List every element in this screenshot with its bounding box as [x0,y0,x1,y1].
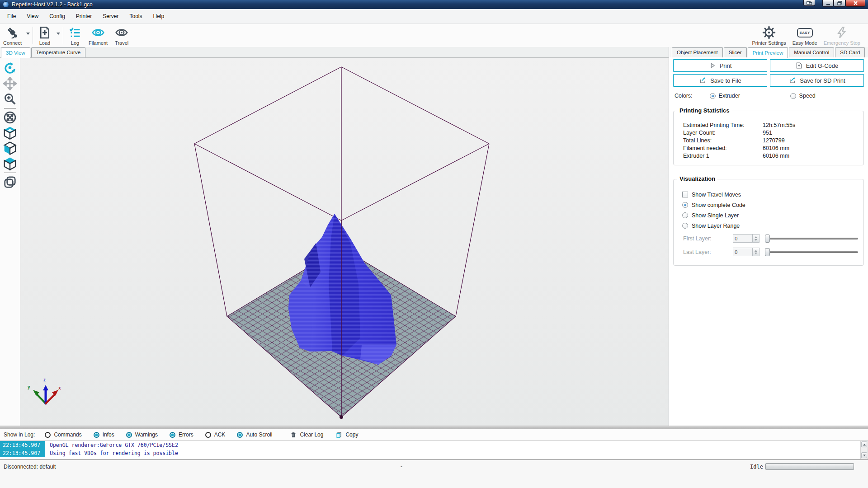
show-in-log-label: Show in Log: [4,432,35,438]
save-for-sd-button[interactable]: Save for SD Print [770,74,864,87]
colors-extruder-option[interactable]: Extruder [710,93,790,99]
log-output[interactable]: 22:13:45.907 OpenGL renderer:GeForce GTX… [0,441,860,459]
log-entry: 22:13:45.907 Using fast VBOs for renderi… [0,449,860,457]
easy-mode-button[interactable]: EASY Easy Mode [789,24,821,47]
menu-help[interactable]: Help [148,10,170,23]
first-layer-spinner[interactable] [753,234,760,243]
save-to-file-button[interactable]: Save to File [673,74,767,87]
lightning-bolt-icon [835,26,848,39]
easy-mode-icon: EASY [797,28,813,38]
chevron-down-icon [57,33,60,35]
close-button[interactable] [845,0,865,7]
top-cube-icon [3,156,17,171]
top-view-button[interactable] [2,156,18,171]
log-toggle-warnings[interactable]: Warnings [126,432,158,438]
fit-view-button[interactable] [2,110,18,125]
magnifier-plus-icon [3,92,17,106]
titlebar-extra-button[interactable] [803,0,815,6]
log-message: OpenGL renderer:GeForce GTX 760/PCIe/SSE… [45,441,178,449]
log-toggle-autoscroll[interactable]: Auto Scroll [237,432,272,438]
colors-row: Colors: Extruder Speed [669,87,868,99]
first-layer-slider[interactable] [765,235,858,243]
tab-temperature-curve[interactable]: Temperature Curve [31,47,85,57]
tab-manual-control[interactable]: Manual Control [789,47,834,57]
maximize-button[interactable] [834,0,845,7]
slider-thumb[interactable] [765,248,770,256]
iso-cube-icon [3,126,17,140]
load-button[interactable]: Load [34,24,55,47]
parallel-projection-button[interactable] [2,174,18,190]
menu-tools[interactable]: Tools [124,10,148,23]
checkbox-travel-moves [682,192,688,197]
printer-settings-button[interactable]: Printer Settings [749,24,789,47]
clear-log-button[interactable]: Clear Log [290,432,323,438]
chevron-down-icon [26,33,30,35]
filament-toggle-button[interactable]: Filament [85,24,111,47]
tab-strip: 3D View Temperature Curve Object Placeme… [0,47,868,58]
repetier-host-window: Repetier-Host V2.1.2 - Back1.gco File Vi… [0,0,868,488]
copy-log-button[interactable]: Copy [336,432,358,438]
printing-statistics-group: Printing Statistics Estimated Printing T… [673,111,864,165]
tab-slicer[interactable]: Slicer [724,47,747,57]
slider-thumb[interactable] [765,235,770,243]
tab-object-placement[interactable]: Object Placement [672,47,723,57]
tab-sd-card[interactable]: SD Card [835,47,865,57]
log-toggle-infos[interactable]: Infos [94,432,114,438]
log-scrollbar[interactable] [860,441,868,459]
tab-3d-view[interactable]: 3D View [1,47,30,58]
zoom-view-button[interactable] [2,91,18,107]
menu-config[interactable]: Config [44,10,71,23]
scroll-down-button[interactable] [861,452,867,458]
export-file-icon [699,77,707,84]
toolbar-separator [33,27,33,44]
gcode-model [288,214,396,365]
move-view-button[interactable] [2,76,18,91]
front-view-button[interactable] [2,141,18,156]
menu-bar: File View Config Printer Server Tools He… [0,9,868,24]
log-checklist-icon [68,26,82,39]
edit-gcode-button[interactable]: Edit G-Code [770,59,864,72]
viewport-3d[interactable]: y z x [20,58,669,426]
tab-print-preview[interactable]: Print Preview [748,47,788,58]
menu-server[interactable]: Server [97,10,124,23]
horizontal-splitter[interactable] [0,426,868,429]
connect-button[interactable]: Connect [0,24,25,47]
arrow-down-icon [863,455,866,456]
colors-speed-option[interactable]: Speed [790,93,816,99]
menu-file[interactable]: File [2,10,21,23]
first-layer-input[interactable] [733,234,753,243]
last-layer-slider[interactable] [765,248,858,256]
connect-dropdown[interactable] [25,24,31,47]
log-toggle-commands[interactable]: Commands [45,432,81,438]
title-bar[interactable]: Repetier-Host V2.1.2 - Back1.gco [0,0,868,9]
toolbar-options-icon [807,1,812,5]
print-button[interactable]: Print [673,59,767,72]
panel-tabs: Object Placement Slicer Print Preview Ma… [669,47,868,58]
log-toggle-button[interactable]: Log [65,24,85,47]
spin-up-icon [755,250,757,252]
show-complete-code-option[interactable]: Show complete Code [674,200,863,210]
copy-icon [336,432,342,438]
axis-indicator: y z x [28,377,61,404]
show-single-layer-option[interactable]: Show Single Layer [674,210,863,221]
show-travel-moves-option[interactable]: Show Travel Moves [674,189,863,200]
show-layer-range-option[interactable]: Show Layer Range [674,221,863,231]
load-dropdown[interactable] [55,24,61,47]
fit-arrows-icon [3,111,17,124]
log-toggle-errors[interactable]: Errors [170,432,193,438]
print-preview-panel: Print Edit G-Code Save to File Save for … [669,58,868,426]
menu-printer[interactable]: Printer [71,10,97,23]
travel-toggle-button[interactable]: Travel [111,24,132,47]
radio-single-layer [682,212,688,218]
menu-view[interactable]: View [21,10,44,23]
last-layer-spinner[interactable] [753,248,760,256]
rotate-view-button[interactable] [2,61,18,76]
last-layer-input[interactable] [733,248,753,256]
front-cube-icon [3,141,17,155]
stat-row: Estimated Printing Time:12h:57m:55s [674,121,863,129]
isometric-view-button[interactable] [2,125,18,141]
toggle-on-icon [170,432,175,438]
minimize-button[interactable] [822,0,834,7]
log-toggle-ack[interactable]: ACK [205,432,226,438]
scroll-up-button[interactable] [861,441,867,447]
